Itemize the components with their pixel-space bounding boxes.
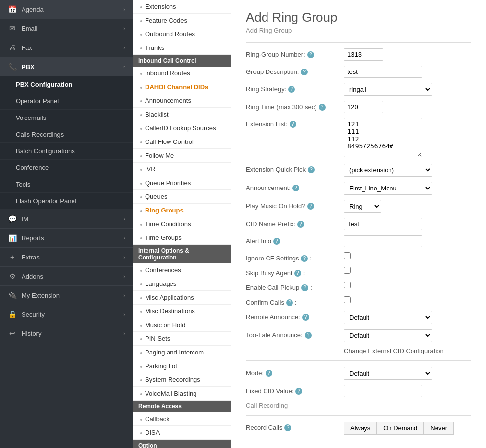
too-late-announce-select[interactable]: Default: [344, 329, 432, 342]
ignore-cf-label: Ignore CF Settings ?:: [246, 252, 344, 262]
record-never-button[interactable]: Never: [424, 422, 454, 435]
mode-label: Mode: ?: [246, 367, 344, 377]
sidebar-sub-voicemails[interactable]: Voicemails: [0, 110, 133, 126]
sidebar-sub-operator-panel[interactable]: Operator Panel: [0, 93, 133, 110]
group-description-help-icon[interactable]: ?: [301, 69, 308, 75]
mid-item-system-recordings[interactable]: System Recordings: [133, 373, 231, 387]
sidebar-item-my-extension[interactable]: 🔌 My Extension ›: [0, 286, 133, 305]
change-external-cid-link: Change External CID Configuration: [344, 347, 471, 354]
play-music-select[interactable]: Ring Default None: [344, 200, 381, 213]
sidebar-item-im[interactable]: 💬 IM ›: [0, 210, 133, 229]
record-calls-help-icon[interactable]: ?: [284, 424, 291, 431]
mid-item-misc-applications[interactable]: Misc Applications: [133, 291, 231, 305]
sidebar-sub-batch-configurations[interactable]: Batch Configurations: [0, 143, 133, 160]
mid-item-misc-destinations[interactable]: Misc Destinations: [133, 305, 231, 318]
mid-item-callback[interactable]: Callback: [133, 412, 231, 426]
mode-help-icon[interactable]: ?: [266, 370, 272, 377]
extension-quick-pick-select[interactable]: (pick extension): [344, 164, 432, 177]
mid-item-inbound-routes[interactable]: Inbound Routes: [133, 67, 231, 80]
ring-group-number-help-icon[interactable]: ?: [307, 51, 314, 58]
sidebar-item-fax[interactable]: 🖨 Fax ›: [0, 38, 133, 57]
play-music-help-icon[interactable]: ?: [307, 203, 314, 210]
sidebar-sub-pbx-configuration[interactable]: PBX Configuration: [0, 76, 133, 93]
sidebar-item-pbx[interactable]: 📞 PBX ›: [0, 57, 133, 76]
mid-item-time-conditions[interactable]: Time Conditions: [133, 217, 231, 231]
announcement-help-icon[interactable]: ?: [292, 185, 299, 191]
remote-announce-select[interactable]: Default: [344, 311, 432, 324]
record-on-demand-button[interactable]: On Demand: [377, 422, 424, 435]
mid-item-voicemail-blasting[interactable]: VoiceMail Blasting: [133, 387, 231, 401]
confirm-calls-checkbox[interactable]: [344, 296, 351, 303]
mid-item-queues[interactable]: Queues: [133, 190, 231, 204]
announcement-select[interactable]: First_Line_Menu: [344, 182, 432, 195]
sidebar-item-agenda[interactable]: 📅 Agenda ›: [0, 0, 133, 19]
sidebar-item-history[interactable]: ↩ History ›: [0, 324, 133, 343]
sidebar-sub-flash-operator-panel[interactable]: Flash Operator Panel: [0, 193, 133, 210]
remote-announce-help-icon[interactable]: ?: [302, 314, 309, 321]
ring-strategy-select[interactable]: ringall hunt memoryhunt firstnotlast ran…: [344, 83, 432, 96]
mid-item-ring-groups[interactable]: Ring Groups: [133, 204, 231, 217]
ignore-cf-checkbox[interactable]: [344, 252, 351, 259]
change-external-cid-link-text[interactable]: Change External CID Configuration: [344, 347, 444, 354]
sidebar-item-reports-label: Reports: [22, 235, 44, 242]
alert-info-help-icon[interactable]: ?: [273, 238, 280, 245]
sidebar-item-security[interactable]: 🔒 Security ›: [0, 305, 133, 324]
enable-call-pickup-checkbox[interactable]: [344, 282, 351, 288]
mid-item-callerid-lookup-sources[interactable]: CallerID Lookup Sources: [133, 121, 231, 135]
extension-list-textarea[interactable]: 121 111 112 84957256764#: [344, 118, 422, 157]
sidebar-item-addons-label: Addons: [22, 273, 43, 280]
sidebar-sub-conference[interactable]: Conference: [0, 160, 133, 176]
mid-item-call-flow-control[interactable]: Call Flow Control: [133, 135, 231, 149]
sidebar-item-extras[interactable]: + Extras ›: [0, 248, 133, 267]
extension-list-help-icon[interactable]: ?: [290, 121, 296, 128]
confirm-calls-row: Confirm Calls ?:: [246, 296, 471, 306]
fax-icon: 🖨: [8, 43, 17, 52]
extension-quick-pick-help-icon[interactable]: ?: [308, 166, 315, 173]
cid-name-prefix-input[interactable]: [344, 218, 422, 230]
ignore-cf-help-icon[interactable]: ?: [301, 255, 308, 262]
mid-item-ivr[interactable]: IVR: [133, 163, 231, 176]
mid-item-music-on-hold[interactable]: Music on Hold: [133, 318, 231, 332]
record-always-button[interactable]: Always: [344, 422, 377, 435]
mid-item-parking-lot[interactable]: Parking Lot: [133, 359, 231, 373]
mid-item-disa[interactable]: DISA: [133, 426, 231, 440]
mid-item-time-groups[interactable]: Time Groups: [133, 231, 231, 245]
mode-control: Default: [344, 367, 471, 380]
skip-busy-help-icon[interactable]: ?: [294, 270, 301, 277]
mid-item-paging-intercom[interactable]: Paging and Intercom: [133, 346, 231, 359]
fixed-cid-input[interactable]: [344, 385, 422, 397]
mid-item-follow-me[interactable]: Follow Me: [133, 149, 231, 163]
alert-info-input[interactable]: [344, 235, 422, 247]
cid-name-prefix-help-icon[interactable]: ?: [297, 221, 304, 228]
sidebar-item-addons[interactable]: ⚙ Addons ›: [0, 267, 133, 286]
mid-item-blacklist[interactable]: Blacklist: [133, 108, 231, 121]
ring-time-help-icon[interactable]: ?: [319, 104, 326, 111]
mid-item-trunks[interactable]: Trunks: [133, 41, 231, 55]
enable-call-pickup-help-icon[interactable]: ?: [301, 284, 308, 291]
ring-strategy-help-icon[interactable]: ?: [288, 86, 295, 93]
ring-group-number-input[interactable]: [344, 48, 383, 61]
mid-item-conferences[interactable]: Conferences: [133, 263, 231, 277]
skip-busy-checkbox[interactable]: [344, 267, 351, 274]
ring-time-input[interactable]: [344, 101, 383, 113]
mid-item-extensions[interactable]: Extensions: [133, 0, 231, 14]
fixed-cid-help-icon[interactable]: ?: [295, 388, 302, 395]
confirm-calls-help-icon[interactable]: ?: [286, 299, 293, 306]
mode-select[interactable]: Default: [344, 367, 432, 380]
group-description-input[interactable]: [344, 66, 422, 78]
sidebar-item-email[interactable]: ✉ Email ›: [0, 19, 133, 38]
mid-item-pin-sets[interactable]: PIN Sets: [133, 332, 231, 346]
too-late-announce-help-icon[interactable]: ?: [305, 332, 312, 339]
sidebar-sub-tools[interactable]: Tools: [0, 176, 133, 193]
remote-announce-label: Remote Announce: ?: [246, 311, 344, 321]
sidebar-sub-calls-recordings[interactable]: Calls Recordings: [0, 126, 133, 143]
mid-item-languages[interactable]: Languages: [133, 277, 231, 291]
mid-item-announcements[interactable]: Announcements: [133, 94, 231, 108]
mid-item-feature-codes[interactable]: Feature Codes: [133, 14, 231, 27]
cid-name-prefix-control: [344, 218, 471, 230]
pbx-submenu: PBX Configuration Operator Panel Voicema…: [0, 76, 133, 210]
mid-item-queue-priorities[interactable]: Queue Priorities: [133, 176, 231, 190]
sidebar-item-reports[interactable]: 📊 Reports ›: [0, 229, 133, 248]
mid-item-dahdi-channel-dids[interactable]: DAHDI Channel DIDs: [133, 80, 231, 94]
mid-item-outbound-routes[interactable]: Outbound Routes: [133, 27, 231, 41]
